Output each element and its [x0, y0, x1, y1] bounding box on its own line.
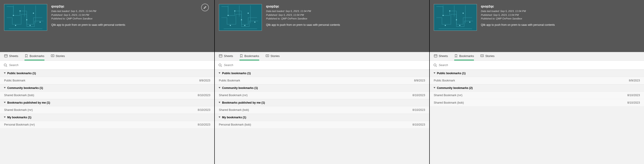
app-published: Published: Sep 5, 2023, 11:04 PM	[481, 13, 555, 17]
tab-label: Bookmarks	[244, 54, 259, 58]
svg-point-18	[244, 25, 246, 26]
app-description: Qlik app to push from on prem to saas wi…	[481, 23, 555, 27]
app-meta: qsop2qcData last loaded: Sep 5, 2023, 11…	[481, 4, 555, 48]
search-input[interactable]	[224, 63, 426, 67]
tab-bookmarks[interactable]: Bookmarks	[24, 52, 44, 60]
tab-stories[interactable]: Stories	[51, 52, 65, 60]
svg-rect-0	[4, 4, 47, 31]
bookmark-name: Shared Bookmark (bob)	[4, 94, 34, 97]
svg-point-28	[445, 25, 446, 26]
sheets-icon	[434, 54, 438, 58]
svg-point-5	[40, 21, 40, 23]
bookmark-item[interactable]: Shared Bookmark (bob)8/10/2023	[430, 99, 644, 106]
svg-point-16	[254, 21, 256, 23]
disclosure-icon	[4, 72, 6, 75]
bookmark-name: Personal Bookmark (rvr)	[4, 123, 35, 126]
svg-rect-11	[219, 4, 262, 31]
bookmark-item[interactable]: Public Bookmark8/9/2023	[215, 77, 429, 84]
tabs-bar: SheetsBookmarksStories	[430, 52, 644, 61]
search-icon	[433, 63, 437, 67]
tab-stories[interactable]: Stories	[480, 52, 494, 60]
bookmark-item[interactable]: Shared Bookmark (bob)8/10/2023	[215, 106, 429, 114]
app-panel: qsop2qcData last loaded: Sep 5, 2023, 11…	[0, 0, 215, 164]
app-panel: qsop2qcData last loaded: Sep 5, 2023, 11…	[430, 0, 644, 164]
bookmark-item[interactable]: Shared Bookmark (rvr)8/10/2023	[430, 92, 644, 99]
svg-point-29	[459, 25, 460, 26]
section-title: My bookmarks (1)	[222, 116, 246, 119]
svg-point-2	[20, 10, 21, 11]
bookmark-item[interactable]: Shared Bookmark (rvr)8/10/2023	[215, 92, 429, 99]
disclosure-icon	[4, 101, 6, 104]
tab-sheets[interactable]: Sheets	[4, 52, 18, 60]
section-title: Community bookmarks (2)	[437, 86, 473, 89]
tab-sheets[interactable]: Sheets	[434, 52, 448, 60]
app-description: Qlik app to push from on prem to saas wi…	[266, 23, 340, 27]
svg-point-4	[33, 13, 34, 14]
svg-rect-19	[219, 55, 222, 57]
bookmark-item[interactable]: Shared Bookmark (bob)8/10/2023	[0, 92, 214, 99]
svg-point-3	[26, 19, 27, 20]
bookmark-date: 8/10/2023	[627, 101, 640, 104]
tab-sheets[interactable]: Sheets	[219, 52, 233, 60]
bookmark-name: Public Bookmark	[219, 79, 240, 82]
edit-button[interactable]	[201, 4, 209, 11]
section-header[interactable]: Community bookmarks (1)	[215, 84, 429, 92]
section-header[interactable]: My bookmarks (1)	[215, 114, 429, 121]
bookmark-date: 8/9/2023	[629, 79, 640, 82]
bookmark-name: Shared Bookmark (bob)	[219, 108, 249, 111]
bookmark-name: Public Bookmark	[434, 79, 455, 82]
svg-rect-8	[4, 55, 8, 57]
section-header[interactable]: Community bookmarks (2)	[430, 84, 644, 92]
bookmark-name: Shared Bookmark (rvr)	[434, 94, 462, 97]
bookmark-date: 8/10/2023	[198, 108, 210, 111]
bookmarks-icon	[454, 54, 458, 58]
bookmark-item[interactable]: Personal Bookmark (rvr)8/10/2023	[0, 121, 214, 129]
section-header[interactable]: Public bookmarks (1)	[430, 70, 644, 77]
bookmark-date: 8/10/2023	[627, 94, 640, 97]
svg-point-23	[442, 15, 444, 16]
bookmark-date: 8/10/2023	[412, 123, 425, 126]
search-bar	[0, 61, 214, 70]
app-published: Published: Sep 5, 2023, 11:04 PM	[51, 13, 125, 17]
bookmark-date: 8/10/2023	[412, 94, 425, 97]
app-published-to: Published to: QMP OnPrem Sandbox	[266, 17, 340, 21]
section-title: Bookmarks published by me (1)	[7, 101, 50, 104]
app-meta: qsop2qcData last loaded: Sep 5, 2023, 11…	[51, 4, 125, 48]
stories-icon	[266, 54, 269, 58]
sheets-icon	[4, 54, 8, 58]
bookmark-item[interactable]: Shared Bookmark (rvr)8/10/2023	[0, 106, 214, 114]
app-thumbnail	[4, 4, 47, 31]
stories-icon	[480, 54, 484, 58]
section-header[interactable]: Bookmarks published by me (1)	[0, 99, 214, 106]
tab-label: Stories	[485, 54, 494, 58]
search-input[interactable]	[439, 63, 640, 67]
disclosure-icon	[433, 86, 436, 89]
svg-point-21	[219, 64, 221, 66]
section-header[interactable]: My bookmarks (1)	[0, 114, 214, 121]
section-header[interactable]: Bookmarks published by me (1)	[215, 99, 429, 106]
section-header[interactable]: Community bookmarks (1)	[0, 84, 214, 92]
disclosure-icon	[4, 116, 6, 119]
bookmark-item[interactable]: Public Bookmark8/9/2023	[430, 77, 644, 84]
section-header[interactable]: Public bookmarks (1)	[0, 70, 214, 77]
bookmark-item[interactable]: Public Bookmark8/9/2023	[0, 77, 214, 84]
section-header[interactable]: Public bookmarks (1)	[215, 70, 429, 77]
disclosure-icon	[4, 86, 6, 89]
bookmark-date: 8/10/2023	[412, 108, 425, 111]
app-published: Published: Sep 5, 2023, 11:04 PM	[266, 13, 340, 17]
app-header: qsop2qcData last loaded: Sep 5, 2023, 11…	[215, 0, 429, 52]
search-input[interactable]	[9, 63, 211, 67]
svg-point-12	[228, 15, 229, 16]
tab-label: Sheets	[224, 54, 233, 58]
search-bar	[215, 61, 429, 70]
tab-bookmarks[interactable]: Bookmarks	[454, 52, 474, 60]
tab-stories[interactable]: Stories	[266, 52, 280, 60]
bookmark-name: Public Bookmark	[4, 79, 26, 82]
section-title: Community bookmarks (1)	[222, 86, 258, 89]
tab-bookmarks[interactable]: Bookmarks	[240, 52, 259, 60]
bookmark-item[interactable]: Personal Bookmark (bob)8/10/2023	[215, 121, 429, 129]
svg-point-26	[462, 13, 464, 14]
disclosure-icon	[218, 86, 221, 89]
tabs-bar: SheetsBookmarksStories	[215, 52, 429, 61]
search-icon	[4, 63, 7, 67]
